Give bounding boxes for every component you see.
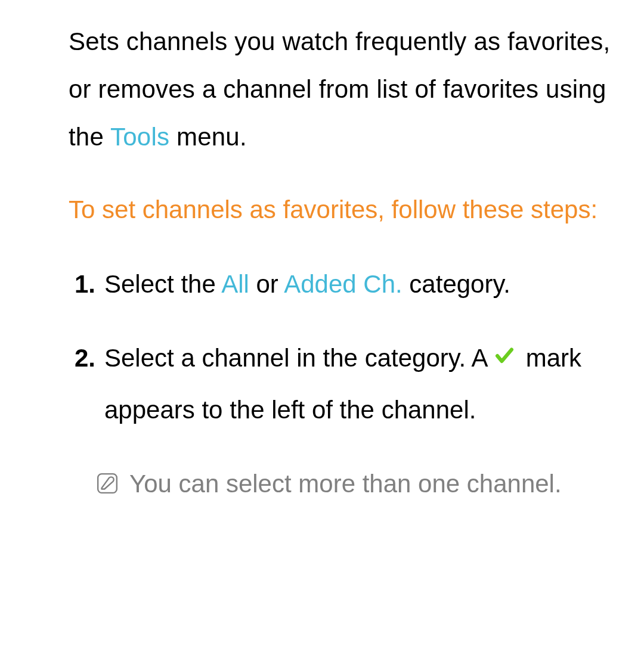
step-1-text-b: or bbox=[249, 270, 284, 298]
step-1-number: 1. bbox=[75, 259, 104, 309]
all-label: All bbox=[221, 270, 249, 298]
step-1-content: Select the All or Added Ch. category. bbox=[104, 259, 626, 309]
step-2-content: Select a channel in the category. A mark… bbox=[104, 333, 626, 435]
intro-paragraph: Sets channels you watch frequently as fa… bbox=[69, 18, 626, 160]
step-1-text-a: Select the bbox=[104, 270, 221, 298]
checkmark-icon bbox=[494, 333, 519, 383]
note-block: You can select more than one channel. bbox=[69, 459, 626, 509]
step-1: 1. Select the All or Added Ch. category. bbox=[75, 259, 626, 309]
svg-rect-0 bbox=[98, 474, 117, 493]
note-icon bbox=[96, 459, 129, 495]
heading: To set channels as favorites, follow the… bbox=[69, 185, 626, 234]
note-text: You can select more than one channel. bbox=[129, 459, 626, 509]
tools-label: Tools bbox=[110, 123, 169, 151]
step-2: 2. Select a channel in the category. A m… bbox=[75, 333, 626, 435]
added-ch-label: Added Ch. bbox=[284, 270, 402, 298]
intro-text-2: menu. bbox=[169, 123, 247, 151]
step-2-number: 2. bbox=[75, 333, 104, 435]
steps-list: 1. Select the All or Added Ch. category.… bbox=[69, 259, 626, 435]
step-1-text-c: category. bbox=[402, 270, 510, 298]
step-2-text-a: Select a channel in the category. A bbox=[104, 344, 494, 372]
